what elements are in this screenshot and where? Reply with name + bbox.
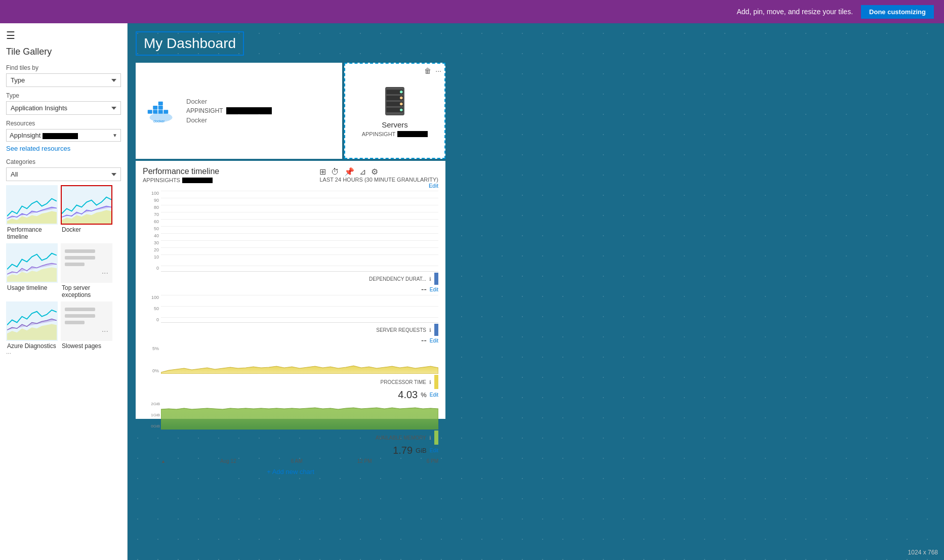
svg-text:docker: docker	[153, 119, 165, 123]
tile-item-usage-timeline[interactable]: Usage timeline	[6, 243, 58, 298]
tile-item-top-server-exc[interactable]: ··· Top server exceptions	[61, 243, 112, 298]
y-axis-3: 5% 0%	[143, 346, 161, 374]
hamburger-icon[interactable]: ☰	[6, 29, 121, 41]
svg-rect-14	[158, 102, 163, 106]
tile-preview-slowest-pages: ···	[61, 301, 112, 341]
metric-dep-value-row: -- Edit	[143, 285, 438, 294]
grid-2-mid	[161, 306, 438, 307]
y4-label-1gib: 1GiB	[151, 413, 160, 417]
y2-label-0: 0	[156, 317, 159, 322]
docker-app-info: Docker APPINSIGHT Docker	[186, 98, 332, 124]
grid-view-button[interactable]: ⊞	[319, 167, 326, 177]
delete-tile-button[interactable]: 🗑	[424, 67, 431, 75]
grid-line-20	[161, 247, 438, 248]
chart-section-4-inner: 2GiB 1GiB 0GiB	[143, 402, 438, 429]
grid-line-40	[161, 233, 438, 234]
tile-preview-usage-timeline	[6, 243, 58, 283]
svg-rect-12	[153, 106, 157, 110]
type-select[interactable]: Application Insights	[6, 101, 121, 115]
svg-point-23	[400, 102, 402, 105]
chart-section-2: 100 50 0 SERVER REQUESTS ℹ	[143, 295, 438, 345]
proc-edit-link[interactable]: Edit	[430, 392, 438, 398]
tile-label-slowest-pages: Slowest pages	[61, 342, 112, 350]
perf-title-block: Performance timeline APPINSIGHTS	[143, 167, 219, 183]
categories-label: Categories	[6, 158, 121, 165]
tile-item-perf-timeline[interactable]: Performance timeline	[6, 185, 58, 240]
done-customizing-button[interactable]: Done customizing	[861, 5, 934, 19]
metric-srv-value: --	[421, 336, 427, 345]
info-icon-mem[interactable]: ℹ	[429, 435, 431, 441]
tile-preview-docker	[61, 185, 112, 225]
servers-tile: 🗑 ··· Servers APPINSIGHT	[344, 63, 445, 159]
info-icon-dep[interactable]: ℹ	[429, 276, 431, 282]
y-label-70: 70	[154, 212, 159, 217]
time-button[interactable]: ⏱	[331, 167, 339, 177]
servers-redacted-bar	[397, 131, 428, 137]
metric-mem-name: AVAILABLE MEMORY	[376, 435, 426, 441]
docker-service: Docker	[186, 116, 332, 124]
perf-appinsights-label: APPINSIGHTS	[143, 177, 180, 183]
y-label-90: 90	[154, 198, 159, 203]
add-new-chart-button[interactable]: + Add new chart	[143, 468, 438, 476]
info-icon-proc[interactable]: ℹ	[429, 379, 431, 385]
grid-line-50	[161, 226, 438, 227]
servers-label: Servers	[382, 120, 408, 129]
tile-label-azure-diag: Azure Diagnostics	[6, 342, 58, 350]
find-tiles-select[interactable]: Type	[6, 73, 121, 87]
grid-line-100	[161, 191, 438, 191]
resources-input[interactable]: AppInsight ▼	[6, 129, 121, 142]
resources-label: Resources	[6, 120, 121, 127]
srv-edit-link[interactable]: Edit	[430, 338, 438, 343]
tile-item-slowest-pages[interactable]: ··· Slowest pages	[61, 301, 112, 357]
timeline-aug12: Aug 12	[220, 458, 236, 464]
docker-logo-icon: docker	[146, 98, 176, 123]
dashboard-area: My Dashboard docker	[128, 23, 944, 560]
tile-label-docker: Docker	[61, 226, 112, 233]
tile-preview-perf-timeline	[6, 185, 58, 225]
mem-edit-link[interactable]: Edit	[430, 448, 438, 453]
perf-controls: ⊞ ⏱ 📌 ⊿ ⚙ LAST 24 HOURS (30 MINUTE GRANU…	[319, 167, 438, 189]
text-line-c	[65, 321, 85, 324]
timeline-triangle: ▲	[161, 459, 166, 464]
see-related-resources-link[interactable]: See related resources	[6, 145, 121, 152]
tile-item-docker[interactable]: Docker	[61, 185, 112, 240]
pin-button[interactable]: 📌	[344, 167, 354, 177]
filter-button[interactable]: ⊿	[359, 167, 366, 177]
svg-point-19	[400, 90, 402, 93]
y-label-80: 80	[154, 205, 159, 210]
categories-select[interactable]: All	[6, 167, 121, 181]
grid-line-70	[161, 212, 438, 212]
y-label-40: 40	[154, 233, 159, 238]
y2-label-100: 100	[151, 295, 159, 300]
y-label-100: 100	[151, 191, 159, 196]
type-label: Type	[6, 92, 121, 99]
dep-edit-link[interactable]: Edit	[430, 287, 438, 292]
docker-redacted-bar	[226, 107, 272, 114]
metric-dep-value: --	[421, 285, 427, 294]
timeline-6pm: 6 PM	[427, 458, 438, 464]
tiles-row-2: Performance timeline APPINSIGHTS ⊞ ⏱ 📌 ⊿	[136, 161, 936, 419]
y4-label-0gib: 0GiB	[151, 424, 160, 428]
text-line-2	[65, 256, 95, 260]
y-axis-1: 100 90 80 70 60 50 40 30 20 10 0	[143, 191, 161, 272]
tile-item-azure-diag[interactable]: Azure Diagnostics ···	[6, 301, 58, 357]
metric-mem-value-row: 1.79 GiB Edit	[143, 445, 438, 456]
svg-rect-9	[153, 110, 157, 114]
metric-mem-unit: GiB	[416, 447, 427, 454]
tile-preview-top-server-exc: ···	[61, 243, 112, 283]
info-icon-srv[interactable]: ℹ	[429, 327, 431, 333]
grid-line-80	[161, 205, 438, 205]
settings-button[interactable]: ⚙	[371, 167, 378, 177]
metric-proc-unit: %	[421, 391, 427, 399]
perf-subtitle: APPINSIGHTS	[143, 177, 219, 183]
y3-label-0: 0%	[152, 368, 159, 373]
more-options-button[interactable]: ···	[435, 67, 441, 75]
metric-proc-color-bar	[434, 375, 438, 389]
perf-edit-link[interactable]: Edit	[319, 183, 438, 189]
memory-chart-svg	[161, 402, 438, 429]
metric-processor: PROCESSOR TIME ℹ	[143, 375, 438, 389]
azure-diag-ellipsis: ···	[6, 350, 58, 357]
dashboard-title: My Dashboard	[144, 35, 236, 51]
docker-icon-wrap: docker	[146, 98, 176, 123]
y3-label-5: 5%	[152, 346, 159, 351]
